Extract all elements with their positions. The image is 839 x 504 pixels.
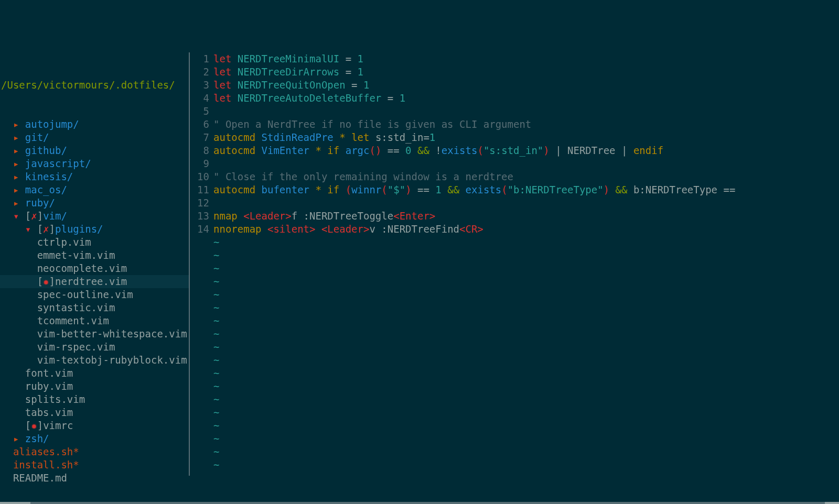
code-line[interactable] (213, 196, 839, 210)
nerdtree-sidebar[interactable]: /Users/victormours/.dotfiles/ ▸ autojump… (0, 52, 189, 476)
tree-item[interactable]: splits.vim (0, 393, 189, 406)
tree-item[interactable]: [✹]nerdtree.vim (0, 275, 189, 288)
tree-item[interactable]: ▸ kinesis/ (0, 170, 189, 183)
tree-item[interactable]: ▸ autojump/ (0, 118, 189, 131)
tilde-line: ~ (213, 288, 839, 301)
code-line[interactable]: nnoremap <silent> <Leader>v :NERDTreeFin… (213, 223, 839, 236)
tree-item[interactable]: tcomment.vim (0, 314, 189, 327)
code-line[interactable]: autocmd VimEnter * if argc() == 0 && !ex… (213, 144, 839, 157)
tree-item[interactable]: README.md (0, 472, 189, 485)
tree-item[interactable]: ctrlp.vim (0, 236, 189, 249)
tilde-line: ~ (213, 341, 839, 354)
tilde-line: ~ (213, 354, 839, 367)
tilde-line: ~ (213, 275, 839, 288)
code-line[interactable]: " Close if the only remaining window is … (213, 170, 839, 183)
status-column-number: 1 (825, 502, 839, 504)
code-line[interactable]: nmap <Leader>f :NERDTreeToggle<Enter> (213, 210, 839, 223)
tree-item[interactable]: ▸ github/ (0, 144, 189, 157)
tilde-line: ~ (213, 406, 839, 419)
tree-item[interactable]: tabs.vim (0, 406, 189, 419)
code-line[interactable]: let NERDTreeAutoDeleteBuffer = 1 (213, 92, 839, 105)
tree-item[interactable]: emmet-vim.vim (0, 249, 189, 262)
tilde-line: ~ (213, 458, 839, 472)
tree-item[interactable]: vim-textobj-rubyblock.vim (0, 354, 189, 367)
nerdtree-path: /Users/victormours/.dotfiles/ (1, 79, 175, 91)
tree-item[interactable]: ruby.vim (0, 380, 189, 393)
tilde-line: ~ (213, 249, 839, 262)
code-line[interactable]: let NERDTreeMinimalUI = 1 (213, 52, 839, 65)
tilde-line: ~ (213, 327, 839, 341)
tree-item[interactable]: font.vim (0, 367, 189, 380)
code-line[interactable]: let NERDTreeQuitOnOpen = 1 (213, 79, 839, 92)
tilde-line: ~ (213, 432, 839, 445)
tree-item[interactable]: [✹]vimrc (0, 419, 189, 432)
tilde-line: ~ (213, 367, 839, 380)
tree-item[interactable]: ▸ git/ (0, 131, 189, 144)
code-line[interactable]: autocmd StdinReadPre * let s:std_in=1 (213, 131, 839, 144)
tree-item[interactable]: spec-outline.vim (0, 288, 189, 301)
tree-item[interactable]: ▾ [✗]vim/ (0, 210, 189, 223)
code-line[interactable]: " Open a NerdTree if no file is given as… (213, 118, 839, 131)
code-area[interactable]: let NERDTreeMinimalUI = 1let NERDTreeDir… (213, 52, 839, 476)
status-filetype: vim (674, 502, 703, 504)
status-encoding: utf-8[unix] (703, 502, 779, 504)
tilde-line: ~ (213, 314, 839, 327)
tree-item[interactable]: aliases.sh* (0, 445, 189, 458)
status-percent: 28% (779, 502, 800, 504)
editor-pane[interactable]: 1234567891011121314 let NERDTreeMinimalU… (190, 52, 839, 476)
tree-item[interactable]: ▾ [✗]plugins/ (0, 223, 189, 236)
tree-item[interactable]: neocomplete.vim (0, 262, 189, 275)
code-line[interactable]: let NERDTreeDirArrows = 1 (213, 65, 839, 79)
tree-item[interactable]: vim-rspec.vim (0, 341, 189, 354)
tree-item[interactable]: ▸ zsh/ (0, 432, 189, 445)
tree-item[interactable]: syntastic.vim (0, 301, 189, 314)
tilde-line: ~ (213, 301, 839, 314)
tree-item[interactable]: ▸ mac_os/ (0, 183, 189, 196)
tree-item[interactable]: ▸ ruby/ (0, 196, 189, 210)
tilde-line: ~ (213, 236, 839, 249)
tree-item[interactable]: ▸ javascript/ (0, 157, 189, 170)
tree-item[interactable]: vim-better-whitespace.vim (0, 327, 189, 341)
line-number-gutter: 1234567891011121314 (190, 52, 213, 476)
tilde-line: ~ (213, 445, 839, 458)
tree-item[interactable]: install.sh* (0, 458, 189, 472)
code-line[interactable]: autocmd bufenter * if (winnr("$") == 1 &… (213, 183, 839, 196)
tilde-line: ~ (213, 393, 839, 406)
tilde-line: ~ (213, 419, 839, 432)
code-line[interactable] (213, 105, 839, 118)
status-line-number: 4: (810, 502, 825, 504)
tilde-line: ~ (213, 380, 839, 393)
code-line[interactable] (213, 157, 839, 170)
tilde-line: ~ (213, 262, 839, 275)
status-separator: : (800, 502, 809, 504)
